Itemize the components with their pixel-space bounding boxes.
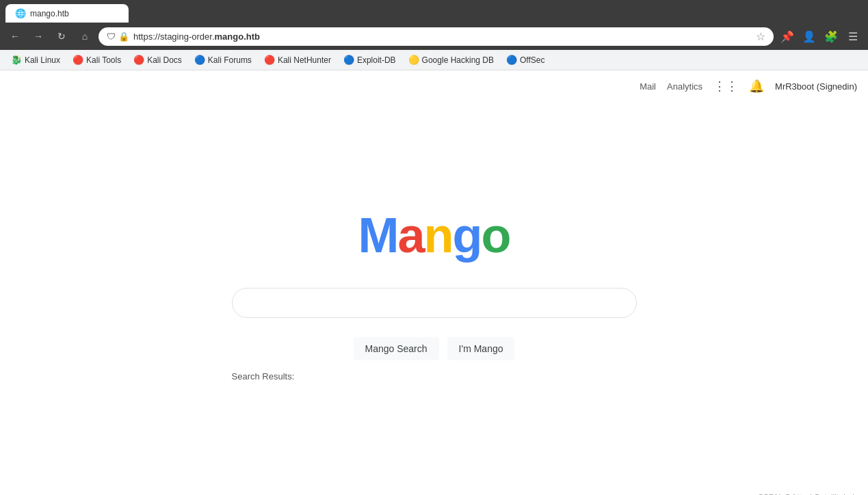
bookmark-kali-tools[interactable]: 🔴 Kali Tools <box>67 53 127 67</box>
bookmark-label: Kali NetHunter <box>278 55 331 65</box>
bookmark-label: Kali Linux <box>25 55 60 65</box>
active-tab[interactable]: 🌐 mango.htb <box>5 4 129 23</box>
url-domain: mango.htb <box>215 31 260 42</box>
tab-bar: 🌐 mango.htb <box>0 0 868 23</box>
bookmark-exploit-db[interactable]: 🔵 Exploit-DB <box>338 53 402 67</box>
bookmark-label: Google Hacking DB <box>422 55 494 65</box>
tab-favicon: 🌐 <box>15 8 26 18</box>
logo-letter-o: o <box>482 208 510 263</box>
kali-tools-icon: 🔴 <box>73 55 83 65</box>
address-bar[interactable]: 🛡 🔒 https://staging-order.mango.htb ☆ <box>98 27 774 46</box>
bookmark-offsec[interactable]: 🔵 OffSec <box>501 53 550 67</box>
mango-search-button[interactable]: Mango Search <box>354 337 439 360</box>
url-prefix: https://staging-order. <box>133 31 215 42</box>
logo-letter-M: M <box>358 208 398 263</box>
apps-grid-icon[interactable]: ⋮⋮ <box>713 79 738 94</box>
refresh-button[interactable]: ↻ <box>52 27 71 46</box>
bookmark-kali-nethunter[interactable]: 🔴 Kali NetHunter <box>259 53 337 67</box>
user-account[interactable]: MrR3boot (Signedin) <box>775 81 857 92</box>
navigation-bar: ← → ↻ ⌂ 🛡 🔒 https://staging-order.mango.… <box>0 23 868 50</box>
lock-icon: 🔒 <box>118 31 129 42</box>
logo-letter-a: a <box>397 208 423 263</box>
bookmark-label: Kali Docs <box>147 55 182 65</box>
bookmark-kali-linux[interactable]: 🐉 Kali Linux <box>5 53 66 67</box>
bookmarks-bar: 🐉 Kali Linux 🔴 Kali Tools 🔴 Kali Docs 🔵 … <box>0 50 868 70</box>
bookmark-label: Kali Forums <box>208 55 252 65</box>
search-results-label: Search Results: <box>232 371 295 382</box>
security-icons: 🛡 🔒 <box>107 31 129 42</box>
kali-docs-icon: 🔴 <box>133 55 144 65</box>
top-navigation: Mail Analytics ⋮⋮ 🔔 MrR3boot (Signedin) <box>629 70 868 102</box>
logo-letter-g: g <box>453 208 482 263</box>
notifications-bell-icon[interactable]: 🔔 <box>749 79 764 94</box>
bookmark-kali-docs[interactable]: 🔴 Kali Docs <box>128 53 187 67</box>
offsec-icon: 🔵 <box>506 55 517 65</box>
url-display[interactable]: https://staging-order.mango.htb <box>133 31 752 42</box>
mail-link[interactable]: Mail <box>640 81 656 92</box>
bookmark-label: Exploit-DB <box>357 55 396 65</box>
extensions-button[interactable]: 🧩 <box>821 27 841 46</box>
shield-icon: 🛡 <box>107 31 116 42</box>
analytics-link[interactable]: Analytics <box>667 81 702 92</box>
main-content: Mango Mango Search I'm Mango Search Resu… <box>0 70 868 382</box>
exploit-db-icon: 🔵 <box>343 55 354 65</box>
kali-nethunter-icon: 🔴 <box>264 55 275 65</box>
im-mango-button[interactable]: I'm Mango <box>447 337 515 360</box>
search-input[interactable] <box>232 288 637 318</box>
bookmark-label: Kali Tools <box>86 55 121 65</box>
logo-letter-n: n <box>424 208 453 263</box>
kali-forums-icon: 🔵 <box>194 55 205 65</box>
mango-logo: Mango <box>358 207 510 263</box>
forward-button[interactable]: → <box>29 27 48 46</box>
star-icon[interactable]: ☆ <box>756 30 765 43</box>
bookmark-kali-forums[interactable]: 🔵 Kali Forums <box>189 53 257 67</box>
search-buttons: Mango Search I'm Mango <box>354 337 515 360</box>
account-button[interactable]: 👤 <box>800 27 819 46</box>
tab-title: mango.htb <box>30 9 69 18</box>
page-content: Mail Analytics ⋮⋮ 🔔 MrR3boot (Signedin) … <box>0 70 868 495</box>
browser-chrome: 🌐 mango.htb ← → ↻ ⌂ 🛡 🔒 https://staging-… <box>0 0 868 70</box>
kali-linux-icon: 🐉 <box>11 55 22 65</box>
pocket-button[interactable]: 📌 <box>778 27 797 46</box>
menu-button[interactable]: ☰ <box>843 27 863 46</box>
home-button[interactable]: ⌂ <box>75 27 94 46</box>
nav-right-buttons: 📌 👤 🧩 ☰ <box>778 27 863 46</box>
back-button[interactable]: ← <box>5 27 25 46</box>
bookmark-label: OffSec <box>520 55 544 65</box>
google-hacking-icon: 🟡 <box>408 55 419 65</box>
bookmark-google-hacking[interactable]: 🟡 Google Hacking DB <box>403 53 499 67</box>
